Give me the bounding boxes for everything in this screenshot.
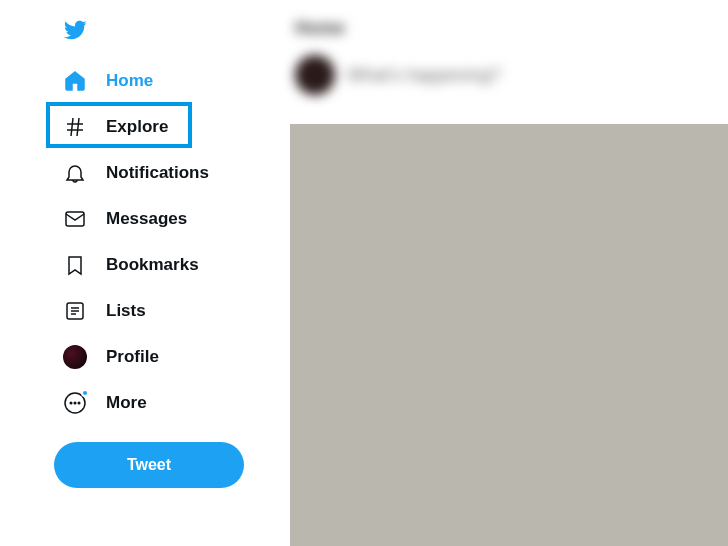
nav-profile[interactable]: Profile — [50, 334, 275, 380]
twitter-bird-icon — [60, 18, 90, 42]
envelope-icon — [62, 206, 88, 232]
nav-bookmarks[interactable]: Bookmarks — [50, 242, 275, 288]
avatar-icon — [62, 344, 88, 370]
svg-line-3 — [77, 118, 79, 136]
nav-home[interactable]: Home — [50, 58, 275, 104]
bookmark-icon — [62, 252, 88, 278]
nav-label: Home — [106, 71, 153, 91]
bell-icon — [62, 160, 88, 186]
nav-notifications[interactable]: Notifications — [50, 150, 275, 196]
nav-more[interactable]: More — [50, 380, 275, 426]
content-placeholder — [290, 124, 728, 546]
sidebar: Home Explore Notifications Messages Book… — [0, 0, 275, 546]
nav-explore[interactable]: Explore — [50, 104, 275, 150]
tweet-button[interactable]: Tweet — [54, 442, 244, 488]
home-icon — [62, 68, 88, 94]
nav-messages[interactable]: Messages — [50, 196, 275, 242]
more-icon — [62, 390, 88, 416]
list-icon — [62, 298, 88, 324]
nav-label: Profile — [106, 347, 159, 367]
nav-label: Messages — [106, 209, 187, 229]
svg-point-10 — [70, 402, 72, 404]
svg-point-11 — [74, 402, 76, 404]
compose-row: What's happening? — [295, 55, 708, 95]
main-content: Home What's happening? — [275, 0, 728, 546]
twitter-logo[interactable] — [50, 12, 275, 52]
nav-label: Notifications — [106, 163, 209, 183]
nav-label: More — [106, 393, 147, 413]
nav-label: Bookmarks — [106, 255, 199, 275]
nav-label: Lists — [106, 301, 146, 321]
page-title: Home — [295, 18, 708, 39]
svg-point-12 — [78, 402, 80, 404]
svg-rect-4 — [66, 212, 84, 226]
blurred-timeline-header: Home What's happening? — [275, 12, 728, 105]
nav-lists[interactable]: Lists — [50, 288, 275, 334]
svg-line-2 — [71, 118, 73, 136]
user-avatar — [295, 55, 335, 95]
hashtag-icon — [62, 114, 88, 140]
compose-placeholder: What's happening? — [347, 65, 501, 86]
nav-label: Explore — [106, 117, 168, 137]
